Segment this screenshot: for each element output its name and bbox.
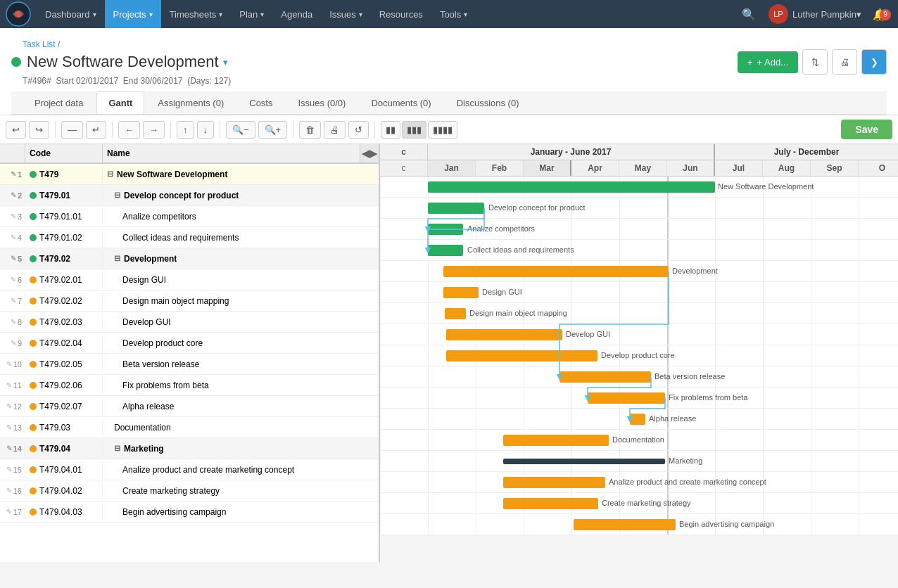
pencil-icon[interactable]: ✎ [11,339,16,347]
table-row[interactable]: ✎5T479.02⊟Development [0,248,379,269]
logo-icon[interactable] [6,1,31,27]
gantt-bar[interactable] [443,266,669,277]
table-row[interactable]: ✎10T479.02.05Beta version release [0,354,379,375]
tab-project-data[interactable]: Project data [23,91,95,114]
pencil-icon[interactable]: ✎ [11,297,16,305]
pencil-icon[interactable]: ✎ [6,508,12,516]
table-row[interactable]: ✎2T479.01⊟Develop concept for product [0,185,379,206]
pencil-icon[interactable]: ✎ [6,445,12,452]
gantt-bar[interactable] [503,435,609,446]
gantt-bar[interactable] [445,308,466,319]
add-button[interactable]: + + Add... [738,51,798,73]
table-row[interactable]: ✎4T479.01.02Collect ideas and requiremen… [0,227,379,248]
view-toggle-2[interactable]: ▮▮▮ [402,121,426,139]
move-left-button[interactable]: ← [118,121,140,139]
breadcrumb-parent[interactable]: Task List [23,39,56,49]
pencil-icon[interactable]: ✎ [6,487,12,494]
table-row[interactable]: ✎7T479.02.02Design main object mapping [0,290,379,312]
pencil-icon[interactable]: ✎ [6,402,12,410]
pencil-icon[interactable]: ✎ [11,255,16,262]
save-button[interactable]: Save [841,120,892,139]
table-row[interactable]: ✎12T479.02.07Alpha release [0,396,379,417]
table-row[interactable]: ✎15T479.04.01Analize product and create … [0,459,379,480]
gantt-bar[interactable] [446,350,597,362]
nav-plan[interactable]: Plan ▾ [231,0,272,28]
pencil-icon[interactable]: ✎ [6,360,12,368]
tab-documents[interactable]: Documents (0) [359,91,443,114]
table-row[interactable]: ✎8T479.02.03Develop GUI [0,312,379,333]
nav-projects[interactable]: Projects ▾ [105,0,161,28]
view-toggle-1[interactable]: ▮▮ [381,121,400,139]
gantt-bar[interactable] [503,498,598,509]
zoom-out-button[interactable]: 🔍− [226,121,255,139]
indent-left-button[interactable]: — [61,121,83,139]
delete-button[interactable]: 🗑 [299,121,321,139]
tab-gantt[interactable]: Gantt [96,91,144,114]
expand-icon[interactable]: ⊟ [114,191,120,200]
table-row[interactable]: ✎14T479.04⊟Marketing [0,438,379,459]
nav-dashboard[interactable]: Dashboard ▾ [37,0,105,28]
pencil-icon[interactable]: ✎ [11,276,16,283]
pencil-icon[interactable]: ✎ [11,318,16,326]
table-row[interactable]: ✎17T479.04.03Begin advertising campaign [0,501,379,523]
move-down-button[interactable]: ↓ [197,121,215,139]
project-dropdown-icon[interactable]: ▾ [223,57,228,68]
move-right-button[interactable]: → [143,121,165,139]
gantt-bar[interactable] [559,371,651,383]
gantt-bar[interactable] [503,477,605,488]
notification-bell[interactable]: 🔔 9 [867,8,892,21]
table-row[interactable]: ✎13T479.03Documentation [0,417,379,438]
gantt-bar[interactable] [428,224,463,235]
gantt-bar[interactable] [428,245,463,256]
table-row[interactable]: ✎11T479.02.06Fix problems from beta [0,375,379,396]
pencil-icon[interactable]: ✎ [11,191,16,199]
left-arrow-icon[interactable]: ◀ [362,148,369,159]
pencil-icon[interactable]: ✎ [11,212,16,220]
reset-button[interactable]: ↺ [348,121,369,139]
search-icon[interactable]: 🔍 [735,8,763,21]
indent-right-button[interactable]: ↵ [86,121,106,139]
gantt-bar[interactable] [503,459,665,464]
nav-tools[interactable]: Tools ▾ [431,0,476,28]
table-row[interactable]: ✎9T479.02.04Develop product core [0,333,379,354]
pencil-icon[interactable]: ✎ [6,466,12,473]
redo-button[interactable]: ↪ [29,121,49,139]
pencil-icon[interactable]: ✎ [11,170,16,178]
nav-timesheets[interactable]: Timesheets ▾ [161,0,232,28]
nav-resources[interactable]: Resources [371,0,431,28]
view-toggle-3[interactable]: ▮▮▮▮ [428,121,457,139]
pencil-icon[interactable]: ✎ [11,234,16,241]
move-up-button[interactable]: ↑ [177,121,194,139]
print-button[interactable]: 🖨 [832,49,857,75]
zoom-in-button[interactable]: 🔍+ [258,121,288,139]
table-row[interactable]: ✎6T479.02.01Design GUI [0,269,379,290]
expand-icon[interactable]: ⊟ [107,170,113,179]
gantt-bar[interactable] [630,414,645,425]
pencil-icon[interactable]: ✎ [6,381,12,389]
tab-assignments[interactable]: Assignments (0) [146,91,236,114]
tab-costs[interactable]: Costs [237,91,284,114]
collapse-button[interactable]: ❯ [861,49,887,75]
gantt-bar[interactable] [588,392,665,404]
chart-row: Marketing [380,451,898,472]
tab-issues[interactable]: Issues (0/0) [286,91,358,114]
gantt-bar[interactable] [443,287,479,298]
gantt-bar[interactable] [428,203,484,214]
gantt-bar[interactable] [428,181,715,193]
nav-agenda[interactable]: Agenda [272,0,321,28]
table-row[interactable]: ✎16T479.04.02Create marketing strategy [0,480,379,501]
table-row[interactable]: ✎3T479.01.01Analize competitors [0,206,379,227]
pencil-icon[interactable]: ✎ [6,423,12,431]
nav-issues[interactable]: Issues ▾ [321,0,371,28]
table-row[interactable]: ✎1T479⊟New Software Development [0,164,379,185]
gantt-bar[interactable] [446,329,562,340]
user-menu[interactable]: LP Luther Pumpkin ▾ [763,4,867,24]
right-arrow-icon[interactable]: ▶ [369,148,377,159]
gantt-bar[interactable] [574,519,676,530]
expand-icon[interactable]: ⊟ [114,254,120,263]
undo-button[interactable]: ↩ [6,121,26,139]
expand-icon[interactable]: ⊟ [114,444,120,453]
print-gantt-button[interactable]: 🖨 [324,121,346,139]
tab-discussions[interactable]: Discussions (0) [445,91,531,114]
sort-button[interactable]: ⇅ [802,49,828,75]
